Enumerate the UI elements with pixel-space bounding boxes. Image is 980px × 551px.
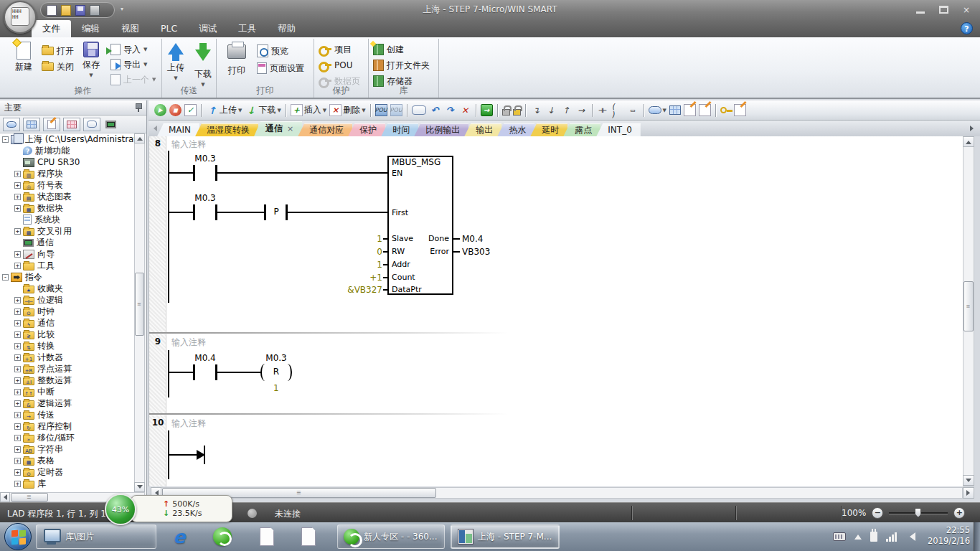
save-dropdown-icon[interactable]: ▼ xyxy=(89,72,93,78)
contact-address[interactable]: M0.3 xyxy=(194,154,215,164)
taskbar-360-window-button[interactable]: 新人专区 - - 360... xyxy=(337,524,445,549)
delete-dd-icon[interactable]: ▼ xyxy=(362,108,365,113)
tree-item[interactable]: +≷比较 xyxy=(0,329,134,340)
contact-bar[interactable] xyxy=(193,204,195,220)
tree-item[interactable]: +工具 xyxy=(0,260,134,271)
tree-item[interactable]: +▩交叉引用 xyxy=(0,225,134,237)
tree-item[interactable]: -指令 xyxy=(0,271,134,283)
tree-item[interactable]: CPU SR30 xyxy=(0,156,134,168)
insert-dd-icon[interactable]: ▼ xyxy=(323,108,326,113)
cancel-button[interactable]: ✕ xyxy=(458,103,473,118)
contact-address[interactable]: M0.4 xyxy=(194,353,215,363)
editor-tab-延时[interactable]: 延时 xyxy=(530,123,567,136)
line-right-button[interactable]: → xyxy=(574,103,589,118)
menu-item-文件[interactable]: 文件 xyxy=(32,20,71,37)
tree-item[interactable]: +→传送 xyxy=(0,409,134,420)
input-value-rw[interactable]: 0 xyxy=(325,247,382,257)
import-dropdown-icon[interactable]: ▼ xyxy=(143,47,147,52)
editor-tab-输出[interactable]: 输出 xyxy=(464,123,501,136)
edit-network-button[interactable] xyxy=(697,103,712,118)
save-button[interactable]: 保存 ▼ xyxy=(76,42,106,78)
tree-item[interactable]: +±I整数运算 xyxy=(0,375,134,386)
export-dropdown-icon[interactable]: ▼ xyxy=(143,62,147,67)
tree-expander-icon[interactable]: + xyxy=(14,171,21,177)
tree-item[interactable]: +库 xyxy=(0,478,134,489)
print-button[interactable]: 打印 xyxy=(222,42,251,77)
contact-address[interactable]: M0.3 xyxy=(194,193,215,203)
page-setup-button[interactable]: 页面设置 xyxy=(257,62,304,75)
tree-item[interactable]: +▦表格 xyxy=(0,455,134,466)
tree-expander-icon[interactable]: + xyxy=(14,469,21,476)
stop-button[interactable]: ■ xyxy=(168,103,183,118)
tree-item[interactable]: +◎符号表 xyxy=(0,179,134,191)
lib-create-button[interactable]: 创建 xyxy=(373,43,404,56)
branch-down-button[interactable]: ↴ xyxy=(529,103,544,118)
go-button[interactable]: → xyxy=(479,103,494,118)
tree-item[interactable]: ?新增功能 xyxy=(0,145,134,156)
tree-item[interactable]: +⊣⊢位逻辑 xyxy=(0,294,134,306)
preview-button[interactable]: 预览 xyxy=(257,44,288,57)
address-oval-button[interactable]: ▼ xyxy=(647,103,668,118)
tree-item[interactable]: +▤状态图表 xyxy=(0,191,134,202)
tree-item[interactable]: +AB字符串 xyxy=(0,443,134,455)
tab-scroll-left-icon[interactable] xyxy=(150,123,160,134)
editor-tab-通信对应[interactable]: 通信对应 xyxy=(298,123,352,136)
upload-button[interactable]: 上传 ▼ xyxy=(164,43,188,81)
ladder-editor[interactable]: 8 输入注释 M0.3 M0.3 P MBUS_MSG EN First Sla… xyxy=(149,136,963,486)
tree-expander-icon[interactable]: - xyxy=(2,274,9,281)
editor-tab-露点[interactable]: 露点 xyxy=(563,123,600,136)
view-cross-ref-icon[interactable] xyxy=(83,118,100,131)
coil-operator[interactable]: R xyxy=(273,367,279,377)
tree-item[interactable]: +&逻辑运算 xyxy=(0,397,134,409)
tree-item[interactable]: +↻程序控制 xyxy=(0,420,134,432)
delete-button[interactable]: ×删除▼ xyxy=(328,103,367,118)
edit-symbols-button[interactable] xyxy=(682,103,697,118)
address-dd-icon[interactable]: ▼ xyxy=(663,108,666,113)
editor-tab-温湿度转换[interactable]: 温湿度转换 xyxy=(195,123,258,136)
tree-scroll-down-icon[interactable] xyxy=(134,482,145,492)
start-button[interactable] xyxy=(4,523,32,550)
tree-expander-icon[interactable]: + xyxy=(14,331,21,338)
contact-bar[interactable] xyxy=(193,165,195,181)
tree-expander-icon[interactable]: + xyxy=(14,297,21,303)
view-comm-icon[interactable] xyxy=(103,118,121,131)
tree-item[interactable]: -上海 (C:\Users\Administrator.. xyxy=(0,133,134,145)
taskbar-360-button[interactable] xyxy=(207,525,238,548)
tree-item[interactable]: +向导 xyxy=(0,248,134,260)
app-menu-button[interactable]: HHHHH xyxy=(4,1,37,34)
key-button[interactable] xyxy=(719,103,732,118)
editor-tab-热水[interactable]: 热水 xyxy=(497,123,534,136)
net-speed-monitor[interactable]: ↑500K/s ↓23.5K/s 43% xyxy=(105,494,232,524)
tree-item[interactable]: 通信 xyxy=(0,237,134,248)
tree-item[interactable]: +⇅转换 xyxy=(0,340,134,352)
download-toolbar-button[interactable]: ↓下载▼ xyxy=(243,103,282,118)
menu-item-视图[interactable]: 视图 xyxy=(110,20,150,37)
tree-expander-icon[interactable]: + xyxy=(14,400,21,407)
tree-item[interactable]: +▥程序块 xyxy=(0,168,134,179)
tree-item[interactable]: +▦数据块 xyxy=(0,202,134,214)
tree-expander-icon[interactable]: + xyxy=(14,435,21,441)
tree-expander-icon[interactable]: + xyxy=(14,412,21,418)
tree-item[interactable]: +±R浮点运算 xyxy=(0,363,134,375)
upload-dropdown-icon[interactable]: ▼ xyxy=(174,75,177,81)
network-comment[interactable]: 输入注释 xyxy=(171,418,206,430)
network-comment[interactable]: 输入注释 xyxy=(171,138,206,151)
unlock-button[interactable] xyxy=(512,103,522,118)
back-button[interactable]: ↶ xyxy=(428,103,443,118)
tree-item[interactable]: +⊙时钟 xyxy=(0,306,134,317)
line-down-button[interactable]: ↓ xyxy=(544,103,559,118)
editor-tab-通信[interactable]: 通信× xyxy=(254,121,302,136)
upload-dd-icon[interactable]: ▼ xyxy=(238,108,242,113)
lib-open-folder-button[interactable]: 打开文件夹 xyxy=(373,59,430,72)
tree-item[interactable]: +ϟ通信 xyxy=(0,317,134,329)
zoom-in-button[interactable]: + xyxy=(953,507,965,519)
maximize-button[interactable] xyxy=(936,4,951,15)
pin-icon[interactable] xyxy=(134,103,142,112)
zoom-slider-thumb[interactable] xyxy=(915,508,921,517)
tree-expander-icon[interactable]: + xyxy=(14,366,21,372)
pou-view-button[interactable]: POU xyxy=(374,103,389,118)
tree-expander-icon[interactable]: + xyxy=(14,205,21,212)
coil-left-arc[interactable] xyxy=(260,364,270,381)
tree-item[interactable]: ++1计数器 xyxy=(0,352,134,363)
close-button[interactable]: × xyxy=(958,4,974,15)
